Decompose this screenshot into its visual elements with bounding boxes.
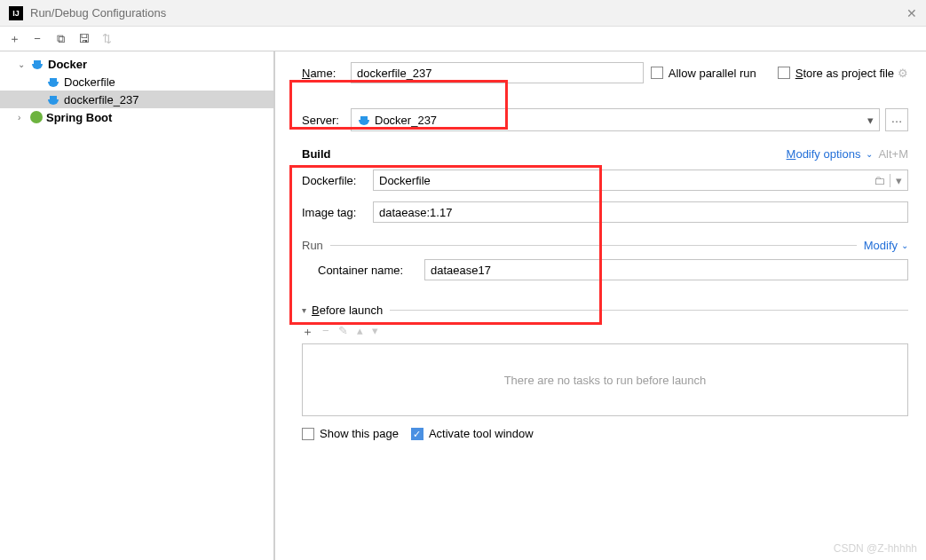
server-browse-button[interactable]: …	[885, 108, 908, 131]
before-launch-list: There are no tasks to run before launch	[302, 343, 908, 416]
name-label: Name:	[302, 67, 351, 80]
copy-config-button[interactable]: ⧉	[53, 32, 67, 46]
sort-config-button[interactable]: ⇅	[99, 32, 114, 45]
build-title: Build	[302, 147, 331, 161]
allow-parallel-checkbox[interactable]: Allow parallel run	[651, 67, 756, 80]
bl-edit-button[interactable]: ✎	[338, 324, 348, 340]
bl-remove-button[interactable]: −	[322, 324, 329, 340]
image-tag-label: Image tag:	[302, 206, 373, 219]
dockerfile-input[interactable]	[374, 170, 868, 190]
modify-options-link[interactable]: Modify options	[787, 147, 861, 161]
tree-node-docker[interactable]: ⌄ Docker	[0, 55, 273, 73]
tree-node-springboot[interactable]: › Spring Boot	[0, 108, 273, 126]
bl-up-button[interactable]: ▴	[357, 324, 363, 340]
docker-icon	[357, 114, 371, 125]
watermark: CSDN @Z-hhhhh	[834, 542, 917, 555]
bl-add-button[interactable]: ＋	[302, 324, 313, 340]
save-config-button[interactable]: 🖫	[76, 32, 91, 45]
container-name-input[interactable]	[424, 259, 908, 280]
app-icon: IJ	[9, 6, 23, 20]
run-title: Run	[302, 239, 323, 252]
chevron-down-icon: ⌄	[901, 241, 908, 250]
dockerfile-label: Dockerfile:	[302, 174, 373, 187]
collapse-icon[interactable]: ▾	[302, 305, 306, 315]
folder-icon[interactable]: 🗀	[868, 174, 890, 187]
expand-icon[interactable]: ›	[18, 113, 30, 122]
spring-icon	[30, 111, 43, 123]
chevron-down-icon: ▾	[867, 114, 874, 127]
config-tree: ⌄ Docker Dockerfile dockerfile_237 › Spr…	[0, 51, 275, 560]
bl-down-button[interactable]: ▾	[372, 324, 378, 340]
tree-node-dockerfile[interactable]: Dockerfile	[0, 73, 273, 91]
name-input[interactable]	[351, 62, 644, 83]
container-name-label: Container name:	[318, 264, 424, 277]
image-tag-input[interactable]	[373, 201, 908, 223]
docker-icon	[46, 76, 60, 87]
activate-tool-checkbox[interactable]: ✓Activate tool window	[411, 427, 534, 440]
show-page-checkbox[interactable]: Show this page	[302, 427, 399, 440]
before-launch-title: Before launch	[312, 304, 383, 317]
server-select[interactable]: Docker_237 ▾	[351, 108, 880, 131]
chevron-down-icon[interactable]: ▾	[890, 174, 907, 187]
docker-icon	[46, 94, 60, 105]
close-icon[interactable]: ✕	[906, 6, 917, 20]
store-project-checkbox[interactable]: Store as project file ⚙	[778, 67, 908, 80]
tree-node-dockerfile237[interactable]: dockerfile_237	[0, 91, 273, 108]
remove-config-button[interactable]: −	[30, 32, 44, 45]
gear-icon[interactable]: ⚙	[898, 67, 908, 80]
window-title: Run/Debug Configurations	[30, 6, 906, 20]
run-modify-link[interactable]: Modify	[864, 239, 898, 252]
add-config-button[interactable]: ＋	[7, 31, 21, 47]
docker-icon	[30, 59, 44, 69]
chevron-down-icon: ⌄	[866, 149, 873, 159]
expand-icon[interactable]: ⌄	[18, 59, 30, 69]
server-label: Server:	[302, 114, 351, 127]
